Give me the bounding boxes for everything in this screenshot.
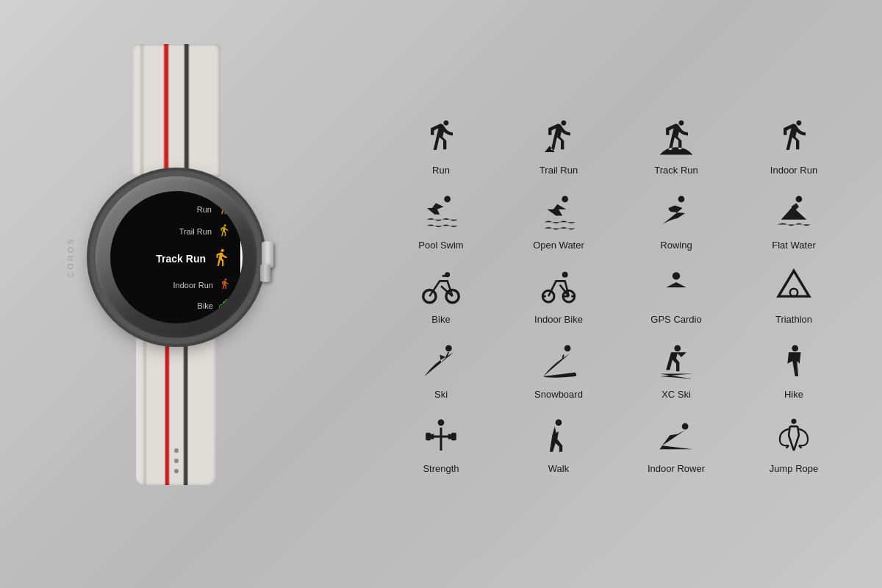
xc-ski-activity-icon <box>653 339 700 386</box>
snowboard-activity-icon <box>535 339 582 386</box>
hike-label: Hike <box>784 389 803 401</box>
triathlon-activity-icon <box>770 264 817 311</box>
activity-walk[interactable]: Walk <box>500 406 617 481</box>
indoor-rower-activity-icon <box>653 413 700 460</box>
track-run-label: Track Run <box>654 165 698 176</box>
svg-point-1 <box>562 196 568 202</box>
activity-hike[interactable]: Hike <box>735 331 853 406</box>
walk-label: Walk <box>548 463 569 475</box>
bike-label: Bike <box>431 314 450 326</box>
band-bottom <box>136 338 217 485</box>
flat-water-label: Flat Water <box>772 240 815 251</box>
indoor-run-label: Indoor Run <box>770 165 817 176</box>
svg-point-22 <box>682 423 689 430</box>
activity-open-water[interactable]: Open Water <box>500 182 617 257</box>
track-run-icon <box>212 248 231 270</box>
trail-run-activity-icon <box>535 115 582 162</box>
xc-ski-label: XC Ski <box>662 389 691 401</box>
bike-icon <box>219 298 231 313</box>
svg-point-13 <box>564 345 571 351</box>
svg-rect-18 <box>451 433 456 440</box>
svg-point-2 <box>678 196 685 202</box>
crown-small-button[interactable] <box>260 265 270 282</box>
ski-activity-icon <box>417 339 465 386</box>
svg-point-23 <box>792 419 797 424</box>
svg-point-16 <box>438 420 445 426</box>
menu-label-indoor-run: Indoor Run <box>173 281 213 290</box>
activity-indoor-bike[interactable]: Indoor Bike <box>500 257 617 331</box>
activity-track-run[interactable]: Track Run <box>617 107 735 182</box>
activity-ski[interactable]: Ski <box>382 331 500 406</box>
activity-snowboard[interactable]: Snowboard <box>500 331 617 406</box>
strength-label: Strength <box>423 463 459 475</box>
menu-label-run: Run <box>197 205 212 214</box>
svg-point-10 <box>673 272 680 279</box>
watch-screen: Run Trail Run <box>110 191 243 323</box>
menu-label-trail-run: Trail Run <box>179 227 212 236</box>
activity-pool-swim[interactable]: Pool Swim <box>382 182 500 257</box>
hike-activity-icon <box>770 339 817 386</box>
activity-run[interactable]: Run <box>382 107 500 182</box>
svg-rect-17 <box>426 433 431 440</box>
ski-label: Ski <box>434 389 448 401</box>
activity-xc-ski[interactable]: XC Ski <box>617 331 735 406</box>
indoor-rower-label: Indoor Rower <box>648 463 705 475</box>
svg-point-21 <box>556 420 562 426</box>
active-indicator <box>240 235 243 279</box>
svg-point-3 <box>796 196 803 202</box>
activities-grid: Run Trail Run Track Run Indoor Run <box>382 107 853 481</box>
svg-point-15 <box>792 345 798 351</box>
activity-triathlon[interactable]: Triathlon <box>735 257 853 331</box>
activity-bike[interactable]: Bike <box>382 257 500 331</box>
indoor-bike-activity-icon <box>535 264 582 311</box>
jump-rope-label: Jump Rope <box>770 463 818 475</box>
indoor-run-icon <box>219 278 231 293</box>
svg-point-6 <box>445 272 450 277</box>
menu-item-track-run[interactable]: Track Run <box>156 243 231 274</box>
menu-item-bike[interactable]: Bike <box>198 296 231 315</box>
trail-run-label: Trail Run <box>539 165 578 176</box>
watch-menu: Run Trail Run <box>110 199 231 315</box>
svg-point-12 <box>445 345 452 351</box>
flat-water-activity-icon <box>770 190 817 237</box>
pool-swim-activity-icon <box>417 190 465 237</box>
menu-label-track-run: Track Run <box>156 253 206 265</box>
open-water-label: Open Water <box>533 240 584 251</box>
activity-flat-water[interactable]: Flat Water <box>735 182 853 257</box>
activity-rowing[interactable]: Rowing <box>617 182 735 257</box>
activity-indoor-rower[interactable]: Indoor Rower <box>617 406 735 481</box>
gps-cardio-label: GPS Cardio <box>650 314 701 326</box>
snowboard-label: Snowboard <box>534 389 583 401</box>
svg-rect-19 <box>431 434 434 440</box>
svg-point-14 <box>674 345 681 351</box>
run-icon <box>218 201 231 218</box>
indoor-bike-label: Indoor Bike <box>534 314 583 326</box>
menu-item-trail-run[interactable]: Trail Run <box>179 221 231 242</box>
activity-jump-rope[interactable]: Jump Rope <box>735 406 853 481</box>
band-top <box>132 44 220 176</box>
rowing-activity-icon <box>653 190 700 237</box>
jump-rope-activity-icon <box>770 413 817 460</box>
walk-activity-icon <box>535 413 582 460</box>
run-activity-icon <box>417 115 465 162</box>
rowing-label: Rowing <box>660 240 692 251</box>
bike-activity-icon <box>417 264 465 311</box>
open-water-activity-icon <box>535 190 582 237</box>
menu-label-bike: Bike <box>198 301 213 310</box>
pool-swim-label: Pool Swim <box>418 240 463 251</box>
watch-container: COROS Run <box>37 44 316 544</box>
menu-item-indoor-run[interactable]: Indoor Run <box>173 276 231 295</box>
brand-label: COROS <box>66 237 75 277</box>
track-run-activity-icon <box>653 115 700 162</box>
activity-indoor-run[interactable]: Indoor Run <box>735 107 853 182</box>
activity-trail-run[interactable]: Trail Run <box>500 107 617 182</box>
watch-body: COROS Run <box>96 176 257 338</box>
svg-rect-20 <box>448 434 451 440</box>
gps-cardio-activity-icon <box>653 264 700 311</box>
run-label: Run <box>432 165 450 176</box>
menu-item-run[interactable]: Run <box>197 199 231 220</box>
activity-gps-cardio[interactable]: GPS Cardio <box>617 257 735 331</box>
svg-point-0 <box>444 196 451 202</box>
activity-strength[interactable]: Strength <box>382 406 500 481</box>
activities-section: Run Trail Run Track Run Indoor Run <box>353 0 882 588</box>
